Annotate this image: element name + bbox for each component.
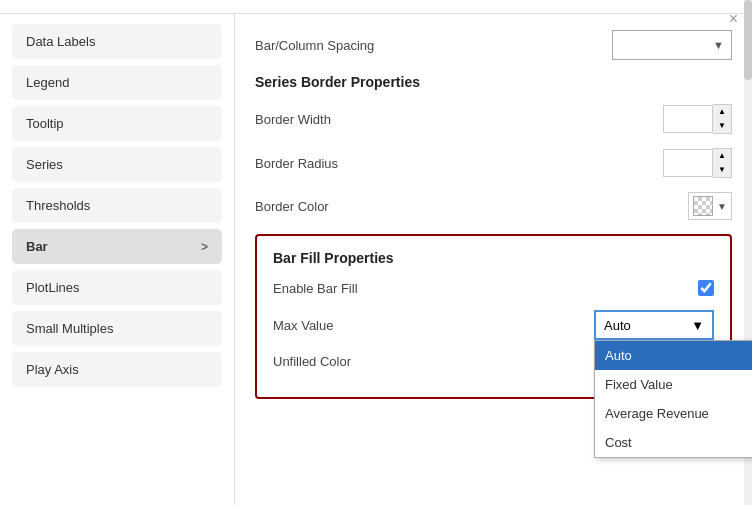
scrollbar-thumb[interactable] <box>744 14 752 80</box>
dropdown-option-cost[interactable]: Cost <box>595 428 752 457</box>
max-value-dropdown-options: AutoFixed ValueAverage RevenueCost <box>594 340 752 458</box>
border-color-picker-button[interactable]: ▼ <box>688 192 732 220</box>
series-border-title: Series Border Properties <box>255 74 732 90</box>
sidebar-item-play-axis[interactable]: Play Axis <box>12 352 222 387</box>
dropdown-option-auto[interactable]: Auto <box>595 341 752 370</box>
sidebar-item-label-tooltip: Tooltip <box>26 116 64 131</box>
border-width-label: Border Width <box>255 112 331 127</box>
border-radius-input[interactable] <box>663 149 713 177</box>
sidebar-item-label-bar: Bar <box>26 239 48 254</box>
max-value-label: Max Value <box>273 318 333 333</box>
sidebar-item-data-labels[interactable]: Data Labels <box>12 24 222 59</box>
bar-fill-title: Bar Fill Properties <box>273 250 714 266</box>
sidebar-item-label-small-multiples: Small Multiples <box>26 321 113 336</box>
border-width-up-button[interactable]: ▲ <box>713 105 731 119</box>
border-width-spinner-buttons: ▲ ▼ <box>713 104 732 134</box>
border-radius-label: Border Radius <box>255 156 338 171</box>
border-color-arrow-icon: ▼ <box>717 201 727 212</box>
bar-fill-section: Bar Fill Properties Enable Bar Fill Max … <box>255 234 732 399</box>
bar-column-spacing-row: Bar/Column Spacing ▼ <box>255 30 732 60</box>
border-width-input[interactable] <box>663 105 713 133</box>
border-width-down-button[interactable]: ▼ <box>713 119 731 133</box>
border-radius-row: Border Radius ▲ ▼ <box>255 148 732 178</box>
sidebar-item-thresholds[interactable]: Thresholds <box>12 188 222 223</box>
sidebar-item-label-legend: Legend <box>26 75 69 90</box>
sidebar-item-label-thresholds: Thresholds <box>26 198 90 213</box>
border-width-spinner: ▲ ▼ <box>663 104 732 134</box>
dialog: × Data LabelsLegendTooltipSeriesThreshol… <box>0 0 752 505</box>
enable-bar-fill-label: Enable Bar Fill <box>273 281 358 296</box>
sidebar-item-series[interactable]: Series <box>12 147 222 182</box>
sidebar-item-bar[interactable]: Bar> <box>12 229 222 264</box>
enable-bar-fill-checkbox[interactable] <box>698 280 714 296</box>
border-radius-down-button[interactable]: ▼ <box>713 163 731 177</box>
sidebar: Data LabelsLegendTooltipSeriesThresholds… <box>0 14 235 505</box>
border-color-swatch <box>693 196 713 216</box>
bar-column-spacing-dropdown-wrapper: ▼ <box>612 30 732 60</box>
sidebar-item-plotlines[interactable]: PlotLines <box>12 270 222 305</box>
sidebar-item-label-play-axis: Play Axis <box>26 362 79 377</box>
sidebar-item-label-data-labels: Data Labels <box>26 34 95 49</box>
bar-column-spacing-dropdown[interactable] <box>612 30 732 60</box>
series-border-section: Series Border Properties Border Width ▲ … <box>255 74 732 220</box>
max-value-dropdown-value: Auto <box>604 318 631 333</box>
max-value-dropdown-arrow-icon: ▼ <box>691 318 704 333</box>
bar-column-spacing-label: Bar/Column Spacing <box>255 38 374 53</box>
border-width-row: Border Width ▲ ▼ <box>255 104 732 134</box>
dialog-body: Data LabelsLegendTooltipSeriesThresholds… <box>0 14 752 505</box>
sidebar-item-small-multiples[interactable]: Small Multiples <box>12 311 222 346</box>
border-radius-spinner: ▲ ▼ <box>663 148 732 178</box>
dropdown-option-fixed-value[interactable]: Fixed Value <box>595 370 752 399</box>
enable-bar-fill-row: Enable Bar Fill <box>273 280 714 296</box>
unfilled-color-label: Unfilled Color <box>273 354 351 369</box>
main-content: Bar/Column Spacing ▼ Series Border Prope… <box>235 14 752 505</box>
dropdown-option-average-revenue[interactable]: Average Revenue <box>595 399 752 428</box>
sidebar-item-arrow-icon-bar: > <box>201 240 208 254</box>
max-value-row: Max Value Auto ▼ AutoFixed ValueAverage … <box>273 310 714 340</box>
border-radius-spinner-buttons: ▲ ▼ <box>713 148 732 178</box>
max-value-dropdown-wrapper: Auto ▼ AutoFixed ValueAverage RevenueCos… <box>594 310 714 340</box>
sidebar-item-label-plotlines: PlotLines <box>26 280 79 295</box>
sidebar-item-label-series: Series <box>26 157 63 172</box>
border-color-row: Border Color ▼ <box>255 192 732 220</box>
sidebar-item-legend[interactable]: Legend <box>12 65 222 100</box>
sidebar-item-tooltip[interactable]: Tooltip <box>12 106 222 141</box>
border-color-label: Border Color <box>255 199 329 214</box>
max-value-dropdown-display[interactable]: Auto ▼ <box>594 310 714 340</box>
close-button[interactable]: × <box>729 10 738 28</box>
border-radius-up-button[interactable]: ▲ <box>713 149 731 163</box>
